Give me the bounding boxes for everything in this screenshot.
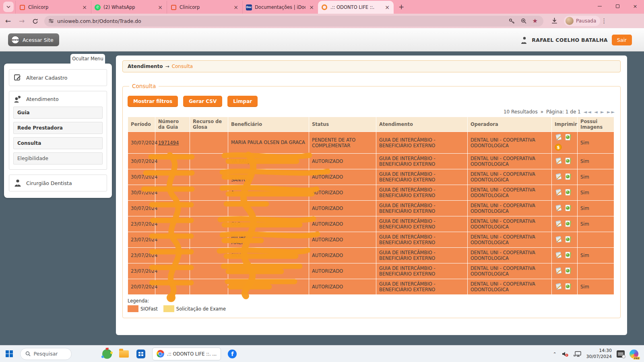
calculator-icon[interactable]: [135, 348, 147, 360]
guia-link[interactable]: 1971494: [158, 140, 179, 146]
facebook-icon[interactable]: f: [227, 348, 238, 360]
print-icon[interactable]: [555, 251, 563, 260]
export-icon[interactable]: [564, 251, 572, 260]
tab-odonto-life-active[interactable]: .:: ODONTO LIFE ::. ×: [318, 1, 394, 14]
sidebar-item-label: Alterar Cadastro: [26, 75, 67, 81]
logout-button[interactable]: Sair: [612, 35, 632, 45]
tab-clinicorp-2[interactable]: Clinicorp ×: [167, 1, 242, 14]
maximize-button[interactable]: [609, 0, 626, 12]
cell-operadora: DENTAL UNI - COOPERATIVA ODONTOLOGICA: [468, 216, 552, 232]
browser-menu-icon[interactable]: ⋮: [601, 17, 607, 25]
export-icon[interactable]: [564, 173, 572, 182]
export-icon[interactable]: [564, 133, 572, 142]
download-icon[interactable]: [551, 17, 558, 25]
money-icon[interactable]: $: [555, 144, 562, 152]
sidebar-item-atendimento[interactable]: Atendimento: [13, 95, 103, 103]
cell-atendimento: GUIA DE INTERCÂMBIO - BENEFICIÁRIO EXTER…: [376, 201, 468, 216]
cell-periodo: 23/07/2024: [128, 216, 155, 232]
cell-operadora: DENTAL UNI - COOPERATIVA ODONTOLOGICA: [468, 185, 552, 201]
generate-csv-button[interactable]: Gerar CSV: [183, 96, 222, 107]
export-icon[interactable]: [564, 157, 572, 166]
cell-status: AUTORIZADO: [309, 216, 376, 232]
sidebar-item-guia[interactable]: Guia: [13, 107, 103, 119]
siofast-swatch: [128, 305, 138, 312]
taskbar-clock[interactable]: 14:30 30/07/2024: [586, 348, 612, 360]
export-icon[interactable]: [564, 188, 572, 197]
results-table-wrap: PeríodoNúmero da GuiaRecurso de GlosaBen…: [128, 117, 615, 295]
volume-muted-icon[interactable]: [561, 351, 569, 357]
print-icon[interactable]: [555, 235, 563, 245]
browser-tab-strip: Clinicorp × ✆ (2) WhatsApp × Clinicorp ×…: [0, 0, 644, 14]
print-icon[interactable]: [555, 133, 563, 142]
sidebar-item-rede-prestadora[interactable]: Rede Prestadora: [13, 122, 103, 134]
export-icon[interactable]: [564, 235, 572, 245]
user-name: RAFAEL COELHO BATALHA: [532, 37, 608, 43]
cell-numero-guia: [155, 248, 190, 263]
tab-close-icon[interactable]: ×: [233, 4, 239, 10]
start-button-icon[interactable]: [6, 350, 13, 358]
sidebar-item-consulta[interactable]: Consulta: [13, 137, 103, 149]
export-icon[interactable]: [564, 220, 572, 229]
sidebar: Alterar Cadastro Atendimento Guia Rede P…: [4, 64, 112, 198]
taskbar-chrome-active-task[interactable]: .:: ODONTO LIFE ::. ...: [152, 348, 221, 360]
pager-arrows[interactable]: ◄◄ ◄ ► ►►: [584, 109, 615, 115]
clear-button[interactable]: Limpar: [227, 96, 258, 107]
hide-menu-tab[interactable]: Ocultar Menu: [70, 54, 105, 64]
zoom-icon[interactable]: [520, 18, 527, 25]
network-icon[interactable]: [574, 351, 582, 357]
copilot-icon[interactable]: PRE: [630, 350, 638, 358]
print-icon[interactable]: [555, 157, 563, 166]
tab-search-button[interactable]: [3, 2, 14, 12]
url-bar[interactable]: unioweb.com.br/Odonto/Trade.do ★: [44, 16, 543, 27]
password-key-icon[interactable]: [508, 18, 515, 25]
access-site-button[interactable]: www Acessar Site: [8, 33, 59, 46]
url-text: unioweb.com.br/Odonto/Trade.do: [57, 18, 505, 24]
print-icon[interactable]: [555, 173, 563, 182]
sidebar-item-alterar-cadastro[interactable]: Alterar Cadastro: [9, 69, 107, 86]
print-icon[interactable]: [555, 204, 563, 213]
cell-status: AUTORIZADO: [309, 169, 376, 185]
cell-imprimir: [552, 279, 578, 295]
minimize-button[interactable]: [591, 0, 609, 12]
tray-chevron-icon[interactable]: ⌃: [553, 352, 556, 357]
back-icon[interactable]: ←: [2, 15, 14, 27]
new-tab-button[interactable]: +: [396, 2, 407, 12]
cell-periodo: 30/07/2024: [128, 185, 155, 201]
print-icon[interactable]: [555, 220, 563, 229]
tab-close-icon[interactable]: ×: [81, 4, 88, 10]
notifications-icon[interactable]: [617, 350, 625, 358]
forward-icon[interactable]: →: [16, 15, 27, 27]
export-icon[interactable]: [564, 267, 572, 276]
cell-imprimir: [552, 248, 578, 263]
print-icon[interactable]: [555, 188, 563, 197]
export-icon[interactable]: [564, 204, 572, 213]
close-button[interactable]: ×: [626, 0, 644, 12]
sidebar-item-cirurgiao-dentista[interactable]: Cirurgião Dentista: [9, 175, 107, 191]
export-icon[interactable]: [564, 282, 572, 292]
bookmark-star-icon[interactable]: ★: [533, 17, 538, 25]
tab-close-icon[interactable]: ×: [384, 4, 390, 10]
column-header: Status: [309, 117, 376, 132]
table-row: 20/07/2024AUTORIZADOGUIA DE INTERCÂMBIO …: [128, 279, 614, 295]
tab-close-icon[interactable]: ×: [308, 4, 315, 10]
sidebar-item-elegibilidade[interactable]: Elegibilidade: [13, 152, 103, 165]
file-explorer-icon[interactable]: [118, 348, 130, 360]
print-icon[interactable]: [555, 282, 563, 292]
taskbar-search[interactable]: Pesquisar: [20, 348, 72, 360]
tab-whatsapp[interactable]: ✆ (2) WhatsApp ×: [91, 1, 167, 14]
browser-profile-button[interactable]: Pausada: [564, 16, 600, 26]
show-filters-button[interactable]: Mostrar filtros: [128, 96, 178, 107]
cell-beneficiario: VA RAUJO: [228, 154, 309, 169]
widgets-weather-icon[interactable]: [101, 348, 113, 360]
reload-icon[interactable]: [30, 15, 41, 27]
print-icon[interactable]: [555, 267, 563, 276]
tab-clinicorp-1[interactable]: Clinicorp ×: [15, 1, 91, 14]
legend-label: Solicitação de Exame: [176, 306, 226, 312]
cell-periodo: 20/07/2024: [128, 279, 155, 295]
cell-periodo: 23/07/2024: [128, 248, 155, 263]
tab-title: (2) WhatsApp: [103, 4, 154, 10]
breadcrumb-current[interactable]: Consulta: [172, 64, 193, 69]
tab-idoc[interactable]: Doc Documentações | iDoc - Radio ×: [242, 1, 318, 14]
tab-close-icon[interactable]: ×: [157, 4, 163, 10]
table-row: 30/07/20241971494MARIA PAULA OLSEN DA GR…: [128, 132, 614, 154]
